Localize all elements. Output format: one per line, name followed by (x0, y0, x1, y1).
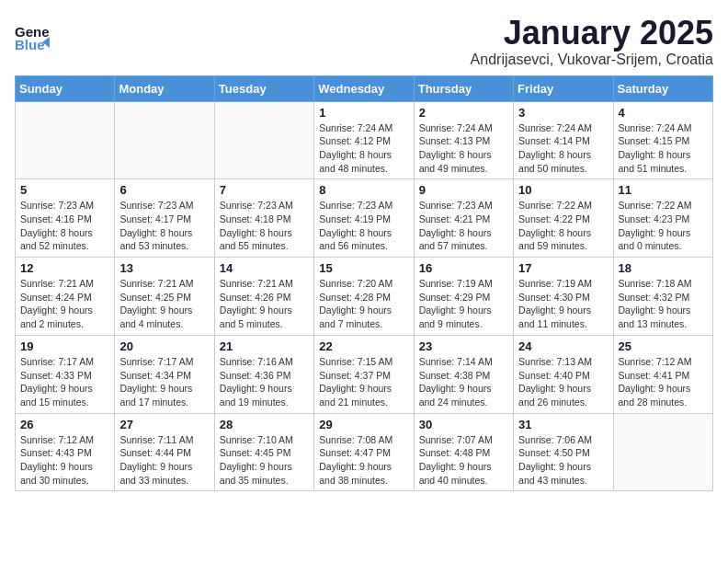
calendar-cell: 6Sunrise: 7:23 AM Sunset: 4:17 PM Daylig… (115, 179, 214, 258)
day-number: 16 (419, 261, 508, 275)
cell-content: Sunrise: 7:21 AM Sunset: 4:26 PM Dayligh… (220, 277, 309, 331)
cell-content: Sunrise: 7:19 AM Sunset: 4:29 PM Dayligh… (419, 277, 508, 331)
calendar-cell: 9Sunrise: 7:23 AM Sunset: 4:21 PM Daylig… (414, 179, 513, 258)
calendar-cell: 5Sunrise: 7:23 AM Sunset: 4:16 PM Daylig… (16, 179, 115, 258)
calendar-cell: 22Sunrise: 7:15 AM Sunset: 4:37 PM Dayli… (314, 335, 414, 413)
day-number: 18 (619, 261, 708, 275)
calendar-cell: 8Sunrise: 7:23 AM Sunset: 4:19 PM Daylig… (314, 179, 414, 258)
cell-content: Sunrise: 7:24 AM Sunset: 4:12 PM Dayligh… (319, 121, 408, 176)
cell-content: Sunrise: 7:24 AM Sunset: 4:15 PM Dayligh… (619, 121, 708, 176)
cell-content: Sunrise: 7:10 AM Sunset: 4:45 PM Dayligh… (220, 433, 309, 488)
calendar-cell: 1Sunrise: 7:24 AM Sunset: 4:12 PM Daylig… (314, 101, 414, 179)
calendar-cell: 27Sunrise: 7:11 AM Sunset: 4:44 PM Dayli… (115, 413, 214, 491)
col-tuesday: Tuesday (214, 75, 313, 101)
cell-content: Sunrise: 7:24 AM Sunset: 4:14 PM Dayligh… (518, 121, 608, 176)
col-monday: Monday (115, 75, 214, 101)
cell-content: Sunrise: 7:23 AM Sunset: 4:16 PM Dayligh… (20, 199, 109, 253)
calendar-cell: 21Sunrise: 7:16 AM Sunset: 4:36 PM Dayli… (214, 335, 313, 413)
day-number: 3 (518, 106, 608, 120)
day-number: 24 (518, 339, 608, 353)
day-number: 14 (220, 261, 309, 275)
day-number: 26 (20, 418, 109, 431)
calendar-cell: 14Sunrise: 7:21 AM Sunset: 4:26 PM Dayli… (214, 258, 313, 336)
calendar-cell: 12Sunrise: 7:21 AM Sunset: 4:24 PM Dayli… (16, 258, 115, 336)
cell-content: Sunrise: 7:23 AM Sunset: 4:21 PM Dayligh… (419, 199, 508, 253)
day-number: 6 (119, 183, 209, 197)
calendar-header-row: Sunday Monday Tuesday Wednesday Thursday… (16, 75, 713, 101)
day-number: 30 (419, 418, 508, 431)
day-number: 31 (518, 418, 608, 431)
calendar-week-row: 12Sunrise: 7:21 AM Sunset: 4:24 PM Dayli… (16, 258, 713, 336)
cell-content: Sunrise: 7:14 AM Sunset: 4:38 PM Dayligh… (419, 355, 508, 409)
header: General Blue January 2025 Andrijasevci, … (15, 15, 713, 68)
calendar-week-row: 1Sunrise: 7:24 AM Sunset: 4:12 PM Daylig… (16, 101, 713, 179)
calendar-cell: 15Sunrise: 7:20 AM Sunset: 4:28 PM Dayli… (314, 258, 414, 336)
svg-text:Blue: Blue (15, 37, 45, 52)
cell-content: Sunrise: 7:12 AM Sunset: 4:41 PM Dayligh… (619, 355, 708, 409)
cell-content: Sunrise: 7:17 AM Sunset: 4:34 PM Dayligh… (119, 355, 209, 409)
day-number: 13 (119, 261, 209, 275)
day-number: 4 (619, 106, 708, 120)
calendar-week-row: 5Sunrise: 7:23 AM Sunset: 4:16 PM Daylig… (16, 179, 713, 258)
cell-content: Sunrise: 7:22 AM Sunset: 4:22 PM Dayligh… (518, 199, 608, 253)
day-number: 23 (419, 339, 508, 353)
day-number: 10 (518, 183, 608, 197)
day-number: 19 (20, 339, 109, 353)
calendar-cell: 4Sunrise: 7:24 AM Sunset: 4:15 PM Daylig… (613, 101, 712, 179)
cell-content: Sunrise: 7:21 AM Sunset: 4:25 PM Dayligh… (119, 277, 209, 331)
logo: General Blue (15, 18, 51, 53)
cell-content: Sunrise: 7:18 AM Sunset: 4:32 PM Dayligh… (619, 277, 708, 331)
day-number: 22 (319, 339, 408, 353)
calendar-cell: 25Sunrise: 7:12 AM Sunset: 4:41 PM Dayli… (613, 335, 712, 413)
day-number: 12 (20, 261, 109, 275)
calendar-cell: 7Sunrise: 7:23 AM Sunset: 4:18 PM Daylig… (214, 179, 313, 258)
cell-content: Sunrise: 7:23 AM Sunset: 4:19 PM Dayligh… (319, 199, 408, 253)
cell-content: Sunrise: 7:19 AM Sunset: 4:30 PM Dayligh… (518, 277, 608, 331)
calendar-cell (16, 101, 115, 179)
cell-content: Sunrise: 7:15 AM Sunset: 4:37 PM Dayligh… (319, 355, 408, 409)
calendar-cell: 2Sunrise: 7:24 AM Sunset: 4:13 PM Daylig… (414, 101, 513, 179)
calendar-cell: 29Sunrise: 7:08 AM Sunset: 4:47 PM Dayli… (314, 413, 414, 491)
day-number: 20 (119, 339, 209, 353)
calendar-cell: 17Sunrise: 7:19 AM Sunset: 4:30 PM Dayli… (514, 258, 613, 336)
calendar-cell: 30Sunrise: 7:07 AM Sunset: 4:48 PM Dayli… (414, 413, 513, 491)
calendar-cell (613, 413, 712, 491)
calendar-cell (115, 101, 214, 179)
day-number: 9 (419, 183, 508, 197)
day-number: 11 (619, 183, 708, 197)
calendar-cell: 28Sunrise: 7:10 AM Sunset: 4:45 PM Dayli… (214, 413, 313, 491)
day-number: 17 (518, 261, 608, 275)
day-number: 1 (319, 106, 408, 120)
day-number: 28 (220, 418, 309, 431)
cell-content: Sunrise: 7:24 AM Sunset: 4:13 PM Dayligh… (419, 121, 508, 176)
day-number: 15 (319, 261, 408, 275)
calendar-cell: 24Sunrise: 7:13 AM Sunset: 4:40 PM Dayli… (514, 335, 613, 413)
cell-content: Sunrise: 7:23 AM Sunset: 4:18 PM Dayligh… (220, 199, 309, 253)
calendar-cell: 19Sunrise: 7:17 AM Sunset: 4:33 PM Dayli… (16, 335, 115, 413)
day-number: 2 (419, 106, 508, 120)
page-container: General Blue January 2025 Andrijasevci, … (15, 15, 713, 491)
day-number: 5 (20, 183, 109, 197)
day-number: 29 (319, 418, 408, 431)
day-number: 27 (119, 418, 209, 431)
col-sunday: Sunday (16, 75, 115, 101)
col-thursday: Thursday (414, 75, 513, 101)
cell-content: Sunrise: 7:20 AM Sunset: 4:28 PM Dayligh… (319, 277, 408, 331)
cell-content: Sunrise: 7:17 AM Sunset: 4:33 PM Dayligh… (20, 355, 109, 409)
calendar-cell: 26Sunrise: 7:12 AM Sunset: 4:43 PM Dayli… (16, 413, 115, 491)
month-title: January 2025 (471, 15, 713, 52)
col-friday: Friday (514, 75, 613, 101)
cell-content: Sunrise: 7:21 AM Sunset: 4:24 PM Dayligh… (20, 277, 109, 331)
cell-content: Sunrise: 7:13 AM Sunset: 4:40 PM Dayligh… (518, 355, 608, 409)
calendar-cell: 10Sunrise: 7:22 AM Sunset: 4:22 PM Dayli… (514, 179, 613, 258)
cell-content: Sunrise: 7:12 AM Sunset: 4:43 PM Dayligh… (20, 433, 109, 488)
col-wednesday: Wednesday (314, 75, 414, 101)
calendar-cell: 13Sunrise: 7:21 AM Sunset: 4:25 PM Dayli… (115, 258, 214, 336)
calendar-cell: 18Sunrise: 7:18 AM Sunset: 4:32 PM Dayli… (613, 258, 712, 336)
calendar-week-row: 19Sunrise: 7:17 AM Sunset: 4:33 PM Dayli… (16, 335, 713, 413)
cell-content: Sunrise: 7:06 AM Sunset: 4:50 PM Dayligh… (518, 433, 608, 488)
day-number: 8 (319, 183, 408, 197)
cell-content: Sunrise: 7:11 AM Sunset: 4:44 PM Dayligh… (119, 433, 209, 488)
cell-content: Sunrise: 7:23 AM Sunset: 4:17 PM Dayligh… (119, 199, 209, 253)
calendar-cell: 31Sunrise: 7:06 AM Sunset: 4:50 PM Dayli… (514, 413, 613, 491)
